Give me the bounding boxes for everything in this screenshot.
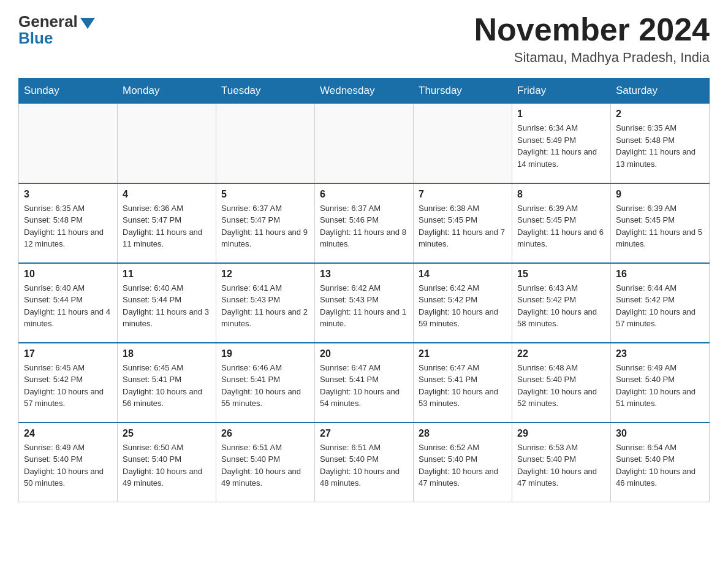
calendar-cell: 23Sunrise: 6:49 AMSunset: 5:40 PMDayligh… bbox=[611, 343, 710, 423]
calendar-cell: 15Sunrise: 6:43 AMSunset: 5:42 PMDayligh… bbox=[512, 263, 611, 343]
day-info: Sunrise: 6:35 AMSunset: 5:48 PMDaylight:… bbox=[24, 202, 112, 250]
calendar-day-header: Sunday bbox=[19, 79, 118, 104]
day-info: Sunrise: 6:49 AMSunset: 5:40 PMDaylight:… bbox=[616, 362, 704, 410]
day-info: Sunrise: 6:42 AMSunset: 5:43 PMDaylight:… bbox=[320, 282, 408, 330]
calendar-week-row: 24Sunrise: 6:49 AMSunset: 5:40 PMDayligh… bbox=[19, 423, 710, 502]
day-number: 8 bbox=[517, 189, 605, 200]
day-number: 3 bbox=[24, 189, 112, 200]
day-info: Sunrise: 6:49 AMSunset: 5:40 PMDaylight:… bbox=[24, 442, 112, 489]
calendar-cell: 12Sunrise: 6:41 AMSunset: 5:43 PMDayligh… bbox=[216, 263, 315, 343]
calendar-cell: 4Sunrise: 6:36 AMSunset: 5:47 PMDaylight… bbox=[118, 183, 216, 263]
month-title: November 2024 bbox=[474, 12, 710, 47]
day-number: 30 bbox=[616, 428, 704, 439]
calendar-day-header: Tuesday bbox=[216, 79, 315, 104]
calendar-cell: 11Sunrise: 6:40 AMSunset: 5:44 PMDayligh… bbox=[118, 263, 216, 343]
calendar-cell: 7Sunrise: 6:38 AMSunset: 5:45 PMDaylight… bbox=[414, 183, 512, 263]
calendar-cell bbox=[216, 104, 315, 183]
calendar-cell: 18Sunrise: 6:45 AMSunset: 5:41 PMDayligh… bbox=[118, 343, 216, 423]
calendar-day-header: Thursday bbox=[414, 79, 512, 104]
day-info: Sunrise: 6:40 AMSunset: 5:44 PMDaylight:… bbox=[24, 282, 112, 330]
calendar-cell bbox=[315, 104, 414, 183]
calendar-cell: 25Sunrise: 6:50 AMSunset: 5:40 PMDayligh… bbox=[118, 423, 216, 502]
day-info: Sunrise: 6:42 AMSunset: 5:42 PMDaylight:… bbox=[419, 282, 507, 330]
calendar-cell: 22Sunrise: 6:48 AMSunset: 5:40 PMDayligh… bbox=[512, 343, 611, 423]
day-number: 22 bbox=[517, 348, 605, 359]
day-number: 17 bbox=[24, 348, 112, 359]
calendar-cell: 5Sunrise: 6:37 AMSunset: 5:47 PMDaylight… bbox=[216, 183, 315, 263]
calendar-day-header: Wednesday bbox=[315, 79, 414, 104]
calendar-cell: 21Sunrise: 6:47 AMSunset: 5:41 PMDayligh… bbox=[414, 343, 512, 423]
calendar-day-header: Friday bbox=[512, 79, 611, 104]
calendar-cell bbox=[414, 104, 512, 183]
day-number: 10 bbox=[24, 269, 112, 280]
day-number: 18 bbox=[123, 348, 211, 359]
day-info: Sunrise: 6:41 AMSunset: 5:43 PMDaylight:… bbox=[221, 282, 309, 330]
calendar-cell: 30Sunrise: 6:54 AMSunset: 5:40 PMDayligh… bbox=[611, 423, 710, 502]
day-info: Sunrise: 6:47 AMSunset: 5:41 PMDaylight:… bbox=[419, 362, 507, 410]
calendar-week-row: 17Sunrise: 6:45 AMSunset: 5:42 PMDayligh… bbox=[19, 343, 710, 423]
day-number: 12 bbox=[221, 269, 309, 280]
day-number: 15 bbox=[517, 269, 605, 280]
day-info: Sunrise: 6:38 AMSunset: 5:45 PMDaylight:… bbox=[419, 202, 507, 250]
calendar-cell: 27Sunrise: 6:51 AMSunset: 5:40 PMDayligh… bbox=[315, 423, 414, 502]
day-info: Sunrise: 6:53 AMSunset: 5:40 PMDaylight:… bbox=[517, 442, 605, 489]
day-number: 27 bbox=[320, 428, 408, 439]
day-info: Sunrise: 6:45 AMSunset: 5:41 PMDaylight:… bbox=[123, 362, 211, 410]
logo: General Blue bbox=[18, 12, 95, 48]
calendar-header-row: SundayMondayTuesdayWednesdayThursdayFrid… bbox=[19, 79, 710, 104]
day-number: 28 bbox=[419, 428, 507, 439]
day-info: Sunrise: 6:45 AMSunset: 5:42 PMDaylight:… bbox=[24, 362, 112, 410]
calendar-cell bbox=[19, 104, 118, 183]
day-info: Sunrise: 6:34 AMSunset: 5:49 PMDaylight:… bbox=[517, 122, 605, 170]
calendar-cell: 20Sunrise: 6:47 AMSunset: 5:41 PMDayligh… bbox=[315, 343, 414, 423]
calendar-cell: 29Sunrise: 6:53 AMSunset: 5:40 PMDayligh… bbox=[512, 423, 611, 502]
calendar-cell: 9Sunrise: 6:39 AMSunset: 5:45 PMDaylight… bbox=[611, 183, 710, 263]
calendar-day-header: Monday bbox=[118, 79, 216, 104]
day-info: Sunrise: 6:39 AMSunset: 5:45 PMDaylight:… bbox=[517, 202, 605, 250]
day-number: 26 bbox=[221, 428, 309, 439]
day-number: 9 bbox=[616, 189, 704, 200]
day-info: Sunrise: 6:44 AMSunset: 5:42 PMDaylight:… bbox=[616, 282, 704, 330]
day-info: Sunrise: 6:47 AMSunset: 5:41 PMDaylight:… bbox=[320, 362, 408, 410]
day-info: Sunrise: 6:39 AMSunset: 5:45 PMDaylight:… bbox=[616, 202, 704, 250]
day-info: Sunrise: 6:35 AMSunset: 5:48 PMDaylight:… bbox=[616, 122, 704, 170]
day-number: 20 bbox=[320, 348, 408, 359]
calendar-table: SundayMondayTuesdayWednesdayThursdayFrid… bbox=[18, 78, 710, 502]
calendar-cell: 8Sunrise: 6:39 AMSunset: 5:45 PMDaylight… bbox=[512, 183, 611, 263]
day-number: 1 bbox=[517, 109, 605, 120]
day-number: 7 bbox=[419, 189, 507, 200]
day-info: Sunrise: 6:37 AMSunset: 5:46 PMDaylight:… bbox=[320, 202, 408, 250]
day-number: 29 bbox=[517, 428, 605, 439]
day-info: Sunrise: 6:54 AMSunset: 5:40 PMDaylight:… bbox=[616, 442, 704, 489]
day-number: 24 bbox=[24, 428, 112, 439]
location-text: Sitamau, Madhya Pradesh, India bbox=[474, 50, 710, 66]
day-number: 23 bbox=[616, 348, 704, 359]
day-number: 5 bbox=[221, 189, 309, 200]
logo-triangle-icon bbox=[80, 18, 95, 29]
day-number: 2 bbox=[616, 109, 704, 120]
calendar-week-row: 10Sunrise: 6:40 AMSunset: 5:44 PMDayligh… bbox=[19, 263, 710, 343]
logo-blue-text: Blue bbox=[18, 29, 53, 48]
calendar-cell: 28Sunrise: 6:52 AMSunset: 5:40 PMDayligh… bbox=[414, 423, 512, 502]
page-header: General Blue November 2024 Sitamau, Madh… bbox=[18, 12, 710, 66]
calendar-cell: 3Sunrise: 6:35 AMSunset: 5:48 PMDaylight… bbox=[19, 183, 118, 263]
day-info: Sunrise: 6:43 AMSunset: 5:42 PMDaylight:… bbox=[517, 282, 605, 330]
calendar-cell: 19Sunrise: 6:46 AMSunset: 5:41 PMDayligh… bbox=[216, 343, 315, 423]
day-info: Sunrise: 6:40 AMSunset: 5:44 PMDaylight:… bbox=[123, 282, 211, 330]
calendar-cell: 26Sunrise: 6:51 AMSunset: 5:40 PMDayligh… bbox=[216, 423, 315, 502]
calendar-cell: 6Sunrise: 6:37 AMSunset: 5:46 PMDaylight… bbox=[315, 183, 414, 263]
calendar-cell: 16Sunrise: 6:44 AMSunset: 5:42 PMDayligh… bbox=[611, 263, 710, 343]
day-info: Sunrise: 6:52 AMSunset: 5:40 PMDaylight:… bbox=[419, 442, 507, 489]
title-section: November 2024 Sitamau, Madhya Pradesh, I… bbox=[474, 12, 710, 66]
calendar-cell: 2Sunrise: 6:35 AMSunset: 5:48 PMDaylight… bbox=[611, 104, 710, 183]
calendar-cell: 24Sunrise: 6:49 AMSunset: 5:40 PMDayligh… bbox=[19, 423, 118, 502]
calendar-cell: 1Sunrise: 6:34 AMSunset: 5:49 PMDaylight… bbox=[512, 104, 611, 183]
calendar-day-header: Saturday bbox=[611, 79, 710, 104]
day-info: Sunrise: 6:48 AMSunset: 5:40 PMDaylight:… bbox=[517, 362, 605, 410]
day-info: Sunrise: 6:46 AMSunset: 5:41 PMDaylight:… bbox=[221, 362, 309, 410]
day-number: 4 bbox=[123, 189, 211, 200]
day-info: Sunrise: 6:50 AMSunset: 5:40 PMDaylight:… bbox=[123, 442, 211, 489]
day-info: Sunrise: 6:37 AMSunset: 5:47 PMDaylight:… bbox=[221, 202, 309, 250]
calendar-cell: 17Sunrise: 6:45 AMSunset: 5:42 PMDayligh… bbox=[19, 343, 118, 423]
calendar-cell bbox=[118, 104, 216, 183]
